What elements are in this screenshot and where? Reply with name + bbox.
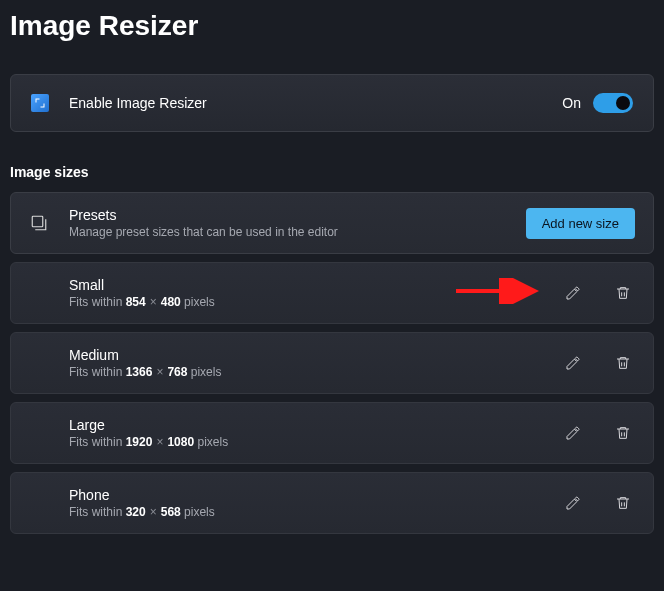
- times-symbol: ×: [156, 435, 163, 449]
- size-description: Fits within 1366×768 pixels: [69, 365, 561, 379]
- pencil-icon: [565, 495, 581, 511]
- times-symbol: ×: [156, 365, 163, 379]
- enable-toggle[interactable]: [593, 93, 633, 113]
- image-resizer-icon: [31, 94, 49, 112]
- size-name: Phone: [69, 487, 561, 503]
- trash-icon: [615, 495, 631, 511]
- size-row: PhoneFits within 320×568 pixels: [10, 472, 654, 534]
- size-description: Fits within 320×568 pixels: [69, 505, 561, 519]
- trash-icon: [615, 355, 631, 371]
- presets-title: Presets: [69, 207, 526, 223]
- size-width: 854: [126, 295, 146, 309]
- size-unit: pixels: [184, 505, 215, 519]
- times-symbol: ×: [150, 505, 157, 519]
- size-unit: pixels: [184, 295, 215, 309]
- size-width: 1920: [126, 435, 153, 449]
- edit-button[interactable]: [561, 281, 585, 305]
- size-description: Fits within 854×480 pixels: [69, 295, 561, 309]
- row-actions: [561, 351, 635, 375]
- svg-rect-0: [32, 216, 43, 227]
- edit-button[interactable]: [561, 491, 585, 515]
- pencil-icon: [565, 285, 581, 301]
- fit-prefix: Fits within: [69, 505, 126, 519]
- delete-button[interactable]: [611, 281, 635, 305]
- delete-button[interactable]: [611, 421, 635, 445]
- size-width: 320: [126, 505, 146, 519]
- size-name: Small: [69, 277, 561, 293]
- page-title: Image Resizer: [10, 10, 654, 42]
- presets-panel: Presets Manage preset sizes that can be …: [10, 192, 654, 254]
- enable-panel: Enable Image Resizer On: [10, 74, 654, 132]
- toggle-state-text: On: [562, 95, 581, 111]
- section-heading: Image sizes: [10, 164, 654, 180]
- presets-info: Presets Manage preset sizes that can be …: [69, 207, 526, 239]
- size-name: Medium: [69, 347, 561, 363]
- size-width: 1366: [126, 365, 153, 379]
- fit-prefix: Fits within: [69, 435, 126, 449]
- size-row: LargeFits within 1920×1080 pixels: [10, 402, 654, 464]
- size-unit: pixels: [191, 365, 222, 379]
- size-name: Large: [69, 417, 561, 433]
- row-actions: [561, 281, 635, 305]
- size-height: 480: [161, 295, 181, 309]
- size-height: 568: [161, 505, 181, 519]
- trash-icon: [615, 425, 631, 441]
- times-symbol: ×: [150, 295, 157, 309]
- size-info: SmallFits within 854×480 pixels: [69, 277, 561, 309]
- size-row: MediumFits within 1366×768 pixels: [10, 332, 654, 394]
- presets-description: Manage preset sizes that can be used in …: [69, 225, 526, 239]
- pencil-icon: [565, 355, 581, 371]
- size-row: SmallFits within 854×480 pixels: [10, 262, 654, 324]
- fit-prefix: Fits within: [69, 295, 126, 309]
- delete-button[interactable]: [611, 351, 635, 375]
- trash-icon: [615, 285, 631, 301]
- size-unit: pixels: [197, 435, 228, 449]
- size-height: 1080: [167, 435, 194, 449]
- size-description: Fits within 1920×1080 pixels: [69, 435, 561, 449]
- delete-button[interactable]: [611, 491, 635, 515]
- size-info: LargeFits within 1920×1080 pixels: [69, 417, 561, 449]
- add-new-size-button[interactable]: Add new size: [526, 208, 635, 239]
- size-info: PhoneFits within 320×568 pixels: [69, 487, 561, 519]
- row-actions: [561, 421, 635, 445]
- size-height: 768: [167, 365, 187, 379]
- edit-button[interactable]: [561, 421, 585, 445]
- fit-prefix: Fits within: [69, 365, 126, 379]
- presets-icon: [29, 213, 49, 233]
- pencil-icon: [565, 425, 581, 441]
- enable-label: Enable Image Resizer: [69, 95, 562, 111]
- size-info: MediumFits within 1366×768 pixels: [69, 347, 561, 379]
- toggle-thumb: [616, 96, 630, 110]
- edit-button[interactable]: [561, 351, 585, 375]
- row-actions: [561, 491, 635, 515]
